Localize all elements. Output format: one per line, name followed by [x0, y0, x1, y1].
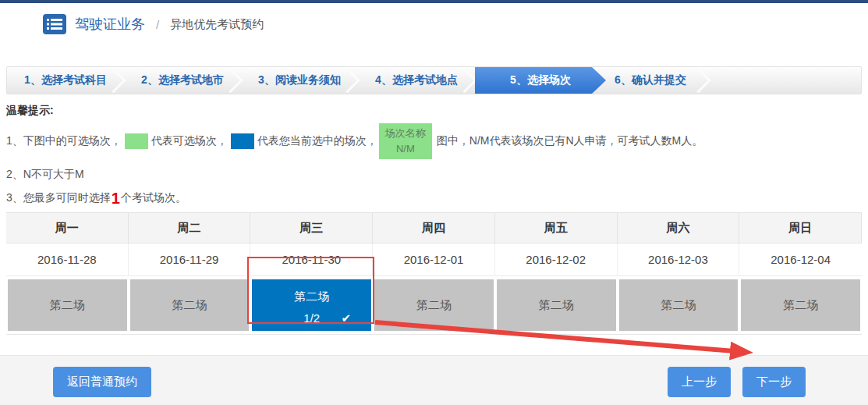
- session-row: 第二场 ✔ 第二场 ✔: [6, 276, 862, 335]
- session-label: 第二场: [50, 298, 85, 313]
- page-title: 驾驶证业务: [75, 15, 145, 34]
- step-label: 1、选择考试科目: [24, 73, 107, 87]
- session-label: 第二场: [661, 298, 696, 313]
- next-step-button[interactable]: 下一步: [742, 367, 806, 397]
- tip3-suffix: 个考试场次。: [121, 191, 186, 205]
- breadcrumb-separator: /: [156, 18, 159, 31]
- weekday-header-cell: 周六: [618, 212, 740, 243]
- tip1-text-4: 图中，N/M代表该场次已有N人申请，可考试人数M人。: [437, 134, 703, 148]
- weekday-header-row: 周一 周二 周三 周四 周五 周六 周日: [6, 212, 862, 243]
- session-cell[interactable]: 第二场 ✔: [6, 276, 129, 334]
- weekday-header-cell: 周二: [129, 212, 251, 243]
- date-cell: 2016-11-30: [250, 243, 373, 276]
- example-session-ratio: N/M: [396, 141, 415, 157]
- selected-color-swatch: [231, 133, 254, 149]
- session-label: 第二场: [294, 290, 329, 304]
- session-label: 第二场: [783, 298, 818, 313]
- tip-line-3: 3、您最多可同时选择 1 个考试场次。: [6, 191, 862, 205]
- session-example-box: 场次名称 N/M: [379, 123, 432, 159]
- step-label: 6、确认并提交: [615, 73, 686, 87]
- footer-bar: 返回普通预约 上一步 下一步: [0, 355, 868, 405]
- session-cell[interactable]: 第二场 ✔: [495, 276, 618, 334]
- session-count: 1/2: [303, 311, 320, 325]
- weekday-header-cell: 周四: [373, 212, 495, 243]
- footer-button-group: 上一步 下一步: [668, 367, 806, 397]
- session-label: 第二场: [539, 298, 574, 313]
- breadcrumb: 驾驶证业务 / 异地优先考试预约: [0, 3, 868, 45]
- step-tab[interactable]: 1、选择考试科目: [7, 67, 124, 94]
- step-label: 3、阅读业务须知: [258, 73, 341, 87]
- example-session-title: 场次名称: [385, 126, 426, 141]
- date-cell: 2016-12-02: [495, 243, 618, 276]
- session-cell[interactable]: 第二场 ✔: [373, 276, 495, 334]
- available-color-swatch: [125, 133, 148, 149]
- tip3-prefix: 3、您最多可同时选择: [6, 191, 111, 205]
- weekday-header-cell: 周五: [495, 212, 618, 243]
- tips-heading: 温馨提示:: [6, 101, 862, 118]
- session-label: 第二场: [416, 298, 452, 313]
- step-tab[interactable]: 6、确认并提交: [592, 67, 709, 94]
- date-cell: 2016-12-03: [618, 243, 740, 276]
- date-cell: 2016-12-01: [373, 243, 495, 276]
- step-label: 4、选择考试地点: [375, 73, 458, 87]
- schedule-table: 周一 周二 周三 周四 周五 周六 周日 2016-11-28 2016-11-…: [6, 212, 862, 335]
- list-icon: [43, 14, 66, 34]
- tip1-text-2: 代表可选场次，: [151, 134, 228, 148]
- date-cell: 2016-12-04: [739, 243, 862, 276]
- back-to-normal-booking-button[interactable]: 返回普通预约: [53, 367, 151, 397]
- tip-line-2: 2、N不可大于M: [6, 168, 862, 182]
- step-tab[interactable]: 3、阅读业务须知: [241, 67, 358, 94]
- date-cell: 2016-11-28: [6, 243, 129, 276]
- step-label: 2、选择考试地市: [141, 73, 224, 87]
- tip1-text-3: 代表您当前选中的场次，: [257, 134, 377, 148]
- step-tab[interactable]: 5、选择场次: [475, 67, 606, 94]
- step-label: 5、选择场次: [510, 73, 571, 87]
- weekday-header-cell: 周一: [6, 212, 129, 243]
- step-tab[interactable]: 2、选择考试地市: [124, 67, 241, 94]
- previous-step-button[interactable]: 上一步: [668, 367, 731, 397]
- tip1-text-1: 1、下图中的可选场次，: [6, 134, 122, 148]
- session-cell[interactable]: 第二场 ✔: [618, 276, 740, 334]
- session-label: 第二场: [172, 298, 207, 313]
- breadcrumb-current: 异地优先考试预约: [170, 17, 264, 32]
- tip-line-1: 1、下图中的可选场次， 代表可选场次， 代表您当前选中的场次， 场次名称 N/M…: [6, 123, 862, 160]
- weekday-header-cell: 周日: [739, 212, 862, 243]
- max-select-count: 1: [111, 191, 121, 205]
- date-row: 2016-11-28 2016-11-29 2016-11-30 2016-12…: [6, 243, 862, 276]
- session-cell[interactable]: 第二场 1/2 ✔: [250, 276, 373, 334]
- tips-section: 温馨提示: 1、下图中的可选场次， 代表可选场次， 代表您当前选中的场次， 场次…: [0, 94, 868, 209]
- step-bar: 1、选择考试科目 2、选择考试地市 3、阅读业务须知 4、选择考试地点 5、选择…: [6, 66, 862, 94]
- session-cell[interactable]: 第二场 ✔: [129, 276, 251, 334]
- weekday-header-cell: 周三: [250, 212, 373, 243]
- session-cell[interactable]: 第二场 ✔: [739, 276, 862, 334]
- step-tab[interactable]: 4、选择考试地点: [358, 67, 475, 94]
- check-icon: ✔: [342, 311, 352, 325]
- date-cell: 2016-11-29: [129, 243, 251, 276]
